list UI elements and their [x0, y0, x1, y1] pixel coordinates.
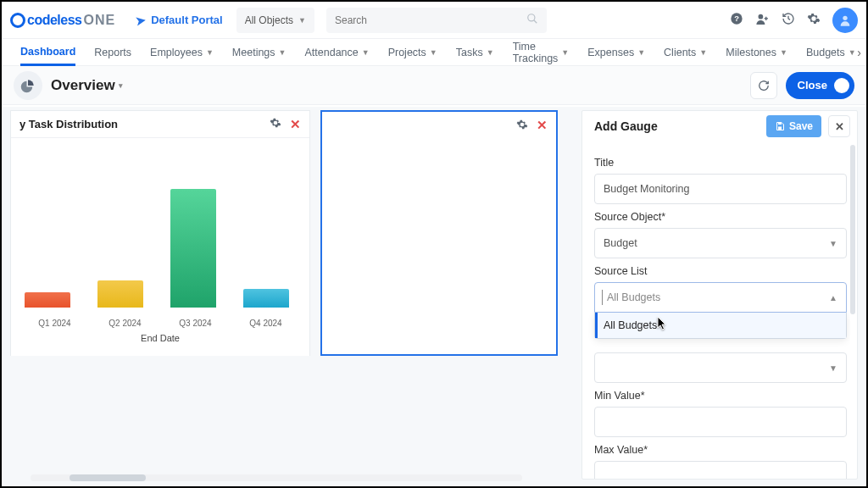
tab-meetings[interactable]: Meetings▼: [232, 39, 287, 65]
tab-dashboard[interactable]: Dashboard: [20, 40, 75, 66]
help-icon[interactable]: ?: [730, 12, 743, 28]
object-selector[interactable]: All Objects ▼: [236, 8, 314, 33]
svg-point-0: [528, 14, 535, 21]
overview-icon: [14, 71, 42, 100]
source-list-combobox[interactable]: All Budgets▲: [594, 282, 847, 313]
object-selector-label: All Objects: [245, 14, 293, 26]
panel-scrollbar[interactable]: [850, 145, 855, 314]
panel-title: Add Gauge: [594, 119, 658, 133]
caret-down-icon: ▼: [829, 239, 837, 248]
svg-rect-8: [778, 123, 782, 125]
portal-label: Default Portal: [151, 14, 223, 26]
app-logo: codelessONE: [10, 13, 115, 28]
search-icon: [526, 13, 538, 27]
tab-attendance[interactable]: Attendance▼: [305, 39, 370, 65]
svg-text:?: ?: [734, 14, 739, 23]
card-settings-icon[interactable]: [270, 117, 281, 131]
tab-projects[interactable]: Projects▼: [388, 39, 437, 65]
tab-milestones[interactable]: Milestones▼: [726, 39, 787, 65]
selected-gauge-card[interactable]: ✕: [320, 110, 558, 356]
svg-line-1: [534, 20, 537, 24]
cursor-icon: [656, 316, 668, 331]
horizontal-scrollbar[interactable]: [31, 474, 522, 481]
min-value-input[interactable]: [594, 407, 847, 437]
svg-point-4: [759, 14, 764, 19]
max-value-label: Max Value*: [594, 444, 847, 456]
panel-close-button[interactable]: ✕: [828, 115, 850, 137]
refresh-button[interactable]: [750, 72, 777, 99]
source-object-label: Source Object*: [594, 211, 847, 223]
title-label: Title: [594, 157, 847, 169]
tab-employees[interactable]: Employees▼: [150, 39, 214, 65]
bar-q3: [170, 189, 216, 308]
nav-scroll-right-icon[interactable]: ›: [857, 46, 861, 59]
chart-title: y Task Distribution: [19, 118, 118, 130]
bar-q4: [243, 289, 289, 308]
max-value-input[interactable]: [594, 461, 847, 479]
scrollbar-thumb[interactable]: [70, 474, 146, 481]
logo-mark-icon: [10, 13, 25, 28]
source-list-dropdown: All Budgets: [594, 313, 847, 339]
toggle-icon: [834, 78, 849, 93]
tab-reports[interactable]: Reports: [94, 39, 131, 65]
save-button[interactable]: Save: [766, 115, 821, 137]
add-user-icon[interactable]: [755, 12, 770, 29]
svg-rect-9: [778, 127, 782, 130]
svg-point-7: [843, 15, 847, 19]
caret-up-icon: ▲: [829, 293, 837, 302]
main-nav: Dashboard Reports Employees▼ Meetings▼ A…: [2, 39, 866, 66]
add-gauge-panel: Add Gauge Save ✕ Title Source Object* Bu…: [581, 110, 858, 480]
search-input[interactable]: [335, 14, 538, 26]
card-settings-icon[interactable]: [516, 119, 528, 133]
user-avatar[interactable]: [832, 8, 858, 33]
tab-expenses[interactable]: Expenses▼: [587, 39, 645, 65]
min-value-label: Min Value*: [594, 390, 847, 402]
caret-down-icon: ▼: [298, 16, 306, 25]
tab-budgets[interactable]: Budgets▼: [806, 39, 856, 65]
aggregate-select[interactable]: ▼: [594, 352, 847, 383]
logo-text-1: codeless: [27, 13, 81, 28]
save-label: Save: [789, 120, 813, 132]
title-input[interactable]: [594, 174, 847, 204]
send-icon: ➤: [135, 13, 147, 28]
close-button[interactable]: Close: [786, 72, 854, 99]
page-title[interactable]: Overview▾: [51, 77, 123, 94]
card-remove-icon[interactable]: ✕: [537, 118, 548, 133]
bar-chart: [19, 155, 301, 308]
global-search[interactable]: [326, 8, 547, 33]
bar-q2: [97, 280, 143, 308]
caret-down-icon: ▼: [829, 363, 837, 373]
x-axis-labels: Q1 2024 Q2 2024 Q3 2024 Q4 2024: [19, 319, 301, 328]
x-axis-title: End Date: [11, 333, 309, 343]
source-object-select[interactable]: Budget▼: [594, 228, 847, 258]
source-list-label: Source List: [594, 265, 847, 277]
chart-card: y Task Distribution ✕ Q1 2024 Q2 2024 Q3…: [10, 110, 310, 356]
caret-down-icon: ▾: [119, 81, 123, 90]
tab-time-trackings[interactable]: Time Trackings▼: [513, 39, 570, 65]
portal-link[interactable]: ➤ Default Portal: [136, 14, 223, 27]
tab-tasks[interactable]: Tasks▼: [456, 39, 494, 65]
settings-icon[interactable]: [807, 12, 821, 28]
history-icon[interactable]: [782, 12, 795, 28]
close-label: Close: [798, 79, 827, 92]
bar-q1: [25, 292, 70, 308]
dropdown-option[interactable]: All Budgets: [595, 313, 846, 338]
logo-text-2: ONE: [83, 13, 115, 28]
tab-clients[interactable]: Clients▼: [664, 39, 707, 65]
card-remove-icon[interactable]: ✕: [290, 117, 301, 132]
